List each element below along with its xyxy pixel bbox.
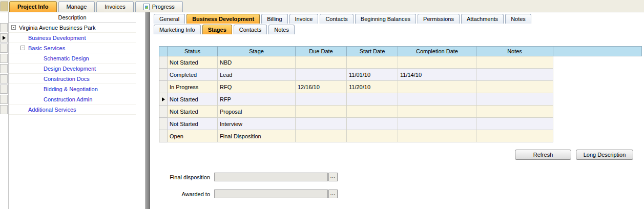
cell-status[interactable]: In Progress — [168, 81, 218, 93]
collapse-box-icon[interactable]: - — [20, 46, 25, 50]
column-header-notes[interactable]: Notes — [476, 46, 553, 56]
detail-tabbar: GeneralBusiness DevelopmentBillingInvoic… — [154, 14, 533, 24]
cell-start-date[interactable] — [347, 56, 398, 69]
awarded-to-field[interactable] — [214, 190, 328, 198]
cell-due-date[interactable] — [296, 118, 347, 130]
cell-stage[interactable]: NBD — [218, 56, 296, 69]
long-description-button[interactable]: Long Description — [576, 150, 633, 160]
tree-item-construction-admin[interactable]: Construction Admin — [9, 94, 136, 104]
tree-row-header[interactable] — [0, 44, 8, 53]
tab-beginning-balances[interactable]: Beginning Balances — [355, 14, 416, 24]
cell-status[interactable]: Not Started — [168, 93, 218, 106]
tree-row-header[interactable] — [0, 85, 8, 94]
cell-notes[interactable] — [476, 56, 553, 69]
cell-start-date[interactable]: 11/01/10 — [347, 69, 398, 81]
tab-notes[interactable]: Notes — [268, 25, 295, 34]
tree-item-design-development[interactable]: Design Development — [9, 64, 136, 74]
cell-status[interactable]: Completed — [168, 69, 218, 81]
tab-contacts[interactable]: Contacts — [320, 14, 353, 24]
cell-stage[interactable]: RFQ — [218, 81, 296, 93]
tree-row-header[interactable] — [0, 105, 8, 114]
tab-invoice[interactable]: Invoice — [289, 14, 319, 24]
cell-due-date[interactable] — [296, 69, 347, 81]
tree-item-basic-services[interactable]: -Basic Services — [9, 43, 136, 53]
cell-completion-date[interactable] — [398, 81, 476, 93]
cell-due-date[interactable] — [296, 56, 347, 69]
tree-item-bidding-negotiation[interactable]: Bidding & Negotiation — [9, 84, 136, 94]
tab-stages[interactable]: Stages — [202, 25, 232, 34]
cell-notes[interactable] — [476, 118, 553, 130]
tab-permissions[interactable]: Permissions — [418, 14, 460, 24]
row-selector[interactable] — [159, 69, 168, 81]
tab-notes[interactable]: Notes — [505, 14, 531, 24]
tree-item-virginia-avenue-business-park[interactable]: -Virginia Avenue Business Park — [9, 23, 136, 33]
row-selector[interactable] — [159, 106, 168, 118]
cell-due-date[interactable]: 12/16/10 — [296, 81, 347, 93]
cell-notes[interactable] — [476, 81, 553, 93]
cell-completion-date[interactable] — [398, 56, 476, 69]
cell-start-date[interactable]: 11/20/10 — [347, 81, 398, 93]
cell-status[interactable]: Not Started — [168, 56, 218, 69]
column-header-stage[interactable]: Stage — [218, 46, 296, 56]
tree-current-row-box[interactable] — [0, 33, 8, 43]
tree-row-header[interactable] — [0, 74, 8, 83]
cell-completion-date[interactable] — [398, 118, 476, 130]
cell-stage[interactable]: Lead — [218, 69, 296, 81]
tree-row-header[interactable] — [0, 23, 8, 32]
cell-completion-date[interactable] — [398, 106, 476, 118]
cell-notes[interactable] — [476, 106, 553, 118]
cell-completion-date[interactable]: 11/14/10 — [398, 69, 476, 81]
tab-business-development[interactable]: Business Development — [186, 14, 260, 24]
row-selector[interactable] — [159, 130, 168, 142]
tree-row-header[interactable] — [0, 54, 8, 63]
cell-start-date[interactable] — [347, 130, 398, 142]
cell-start-date[interactable] — [347, 106, 398, 118]
tree-item-business-development[interactable]: Business Development — [9, 33, 136, 43]
refresh-button[interactable]: Refresh — [515, 150, 571, 160]
cell-start-date[interactable] — [347, 118, 398, 130]
cell-stage[interactable]: RFP — [218, 93, 296, 106]
tab-marketing-info[interactable]: Marketing Info — [154, 25, 201, 34]
cell-status[interactable]: Not Started — [168, 106, 218, 118]
tab-project-info[interactable]: Project Info — [9, 1, 57, 12]
cell-stage[interactable]: Final Disposition — [218, 130, 296, 142]
cell-due-date[interactable] — [296, 130, 347, 142]
collapse-box-icon[interactable]: - — [11, 25, 16, 30]
tab-contacts[interactable]: Contacts — [234, 25, 267, 34]
final-disposition-browse-button[interactable]: ... — [328, 173, 338, 181]
tree-item-schematic-design[interactable]: Schematic Design — [9, 53, 136, 64]
cell-status[interactable]: Open — [168, 130, 218, 142]
cell-status[interactable]: Not Started — [168, 118, 218, 130]
tab-attachments[interactable]: Attachments — [461, 14, 504, 24]
cell-completion-date[interactable] — [398, 93, 476, 106]
tree-item-additional-services[interactable]: Additional Services — [9, 104, 136, 115]
tree-row-header[interactable] — [0, 95, 8, 104]
awarded-to-browse-button[interactable]: ... — [328, 190, 338, 198]
row-selector[interactable] — [159, 118, 168, 130]
cell-due-date[interactable] — [296, 93, 347, 106]
cell-notes[interactable] — [476, 69, 553, 81]
cell-due-date[interactable] — [296, 106, 347, 118]
cell-notes[interactable] — [476, 93, 553, 106]
tab-billing[interactable]: Billing — [261, 14, 287, 24]
tree-item-construction-docs[interactable]: Construction Docs — [9, 74, 136, 84]
row-selector[interactable] — [159, 81, 168, 93]
column-header-completion-date[interactable]: Completion Date — [398, 46, 476, 56]
cell-stage[interactable]: Interview — [218, 118, 296, 130]
cell-start-date[interactable] — [347, 93, 398, 106]
cell-completion-date[interactable] — [398, 130, 476, 142]
column-header-status[interactable]: Status — [168, 46, 218, 56]
cell-stage[interactable]: Proposal — [218, 106, 296, 118]
panel-splitter[interactable] — [145, 12, 150, 209]
cell-notes[interactable] — [476, 130, 553, 142]
column-header-start-date[interactable]: Start Date — [347, 46, 398, 56]
final-disposition-field[interactable] — [214, 173, 328, 181]
tab-manage[interactable]: Manage — [58, 1, 95, 12]
tree-row-header[interactable] — [0, 64, 8, 73]
column-header-due-date[interactable]: Due Date — [296, 46, 347, 56]
tab-general[interactable]: General — [154, 14, 185, 24]
tab-progress[interactable]: Progress — [135, 1, 183, 12]
row-selector[interactable] — [159, 56, 168, 69]
tab-invoices[interactable]: Invoices — [96, 1, 133, 12]
row-selector[interactable] — [159, 93, 168, 106]
